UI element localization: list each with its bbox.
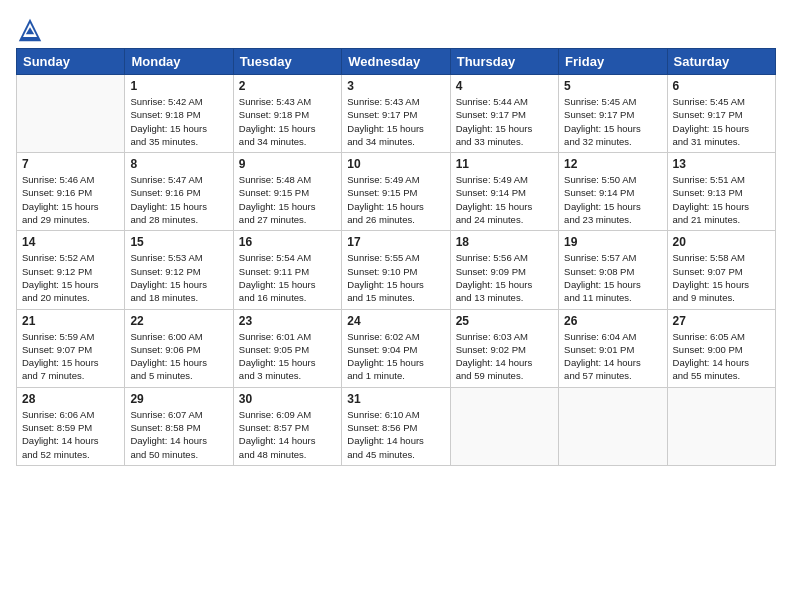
calendar-day-cell <box>17 75 125 153</box>
day-number: 31 <box>347 392 444 406</box>
day-info: Sunrise: 6:09 AM Sunset: 8:57 PM Dayligh… <box>239 408 336 461</box>
day-info: Sunrise: 5:55 AM Sunset: 9:10 PM Dayligh… <box>347 251 444 304</box>
calendar-day-cell: 18Sunrise: 5:56 AM Sunset: 9:09 PM Dayli… <box>450 231 558 309</box>
day-number: 9 <box>239 157 336 171</box>
day-info: Sunrise: 5:45 AM Sunset: 9:17 PM Dayligh… <box>564 95 661 148</box>
day-number: 6 <box>673 79 770 93</box>
calendar-day-cell: 16Sunrise: 5:54 AM Sunset: 9:11 PM Dayli… <box>233 231 341 309</box>
calendar-day-cell: 1Sunrise: 5:42 AM Sunset: 9:18 PM Daylig… <box>125 75 233 153</box>
day-number: 11 <box>456 157 553 171</box>
day-info: Sunrise: 5:56 AM Sunset: 9:09 PM Dayligh… <box>456 251 553 304</box>
calendar-day-cell: 24Sunrise: 6:02 AM Sunset: 9:04 PM Dayli… <box>342 309 450 387</box>
calendar-day-cell: 2Sunrise: 5:43 AM Sunset: 9:18 PM Daylig… <box>233 75 341 153</box>
day-info: Sunrise: 6:05 AM Sunset: 9:00 PM Dayligh… <box>673 330 770 383</box>
day-info: Sunrise: 5:57 AM Sunset: 9:08 PM Dayligh… <box>564 251 661 304</box>
calendar-day-cell: 12Sunrise: 5:50 AM Sunset: 9:14 PM Dayli… <box>559 153 667 231</box>
calendar-header-row: SundayMondayTuesdayWednesdayThursdayFrid… <box>17 49 776 75</box>
calendar-day-cell: 17Sunrise: 5:55 AM Sunset: 9:10 PM Dayli… <box>342 231 450 309</box>
calendar-day-cell: 21Sunrise: 5:59 AM Sunset: 9:07 PM Dayli… <box>17 309 125 387</box>
day-number: 14 <box>22 235 119 249</box>
day-info: Sunrise: 5:42 AM Sunset: 9:18 PM Dayligh… <box>130 95 227 148</box>
calendar-day-cell <box>667 387 775 465</box>
day-number: 8 <box>130 157 227 171</box>
day-number: 10 <box>347 157 444 171</box>
day-info: Sunrise: 5:48 AM Sunset: 9:15 PM Dayligh… <box>239 173 336 226</box>
calendar-week-row: 14Sunrise: 5:52 AM Sunset: 9:12 PM Dayli… <box>17 231 776 309</box>
day-number: 12 <box>564 157 661 171</box>
calendar-day-cell: 25Sunrise: 6:03 AM Sunset: 9:02 PM Dayli… <box>450 309 558 387</box>
day-number: 29 <box>130 392 227 406</box>
day-number: 30 <box>239 392 336 406</box>
day-info: Sunrise: 5:53 AM Sunset: 9:12 PM Dayligh… <box>130 251 227 304</box>
day-number: 3 <box>347 79 444 93</box>
day-info: Sunrise: 5:50 AM Sunset: 9:14 PM Dayligh… <box>564 173 661 226</box>
day-of-week-header: Friday <box>559 49 667 75</box>
day-info: Sunrise: 6:03 AM Sunset: 9:02 PM Dayligh… <box>456 330 553 383</box>
day-number: 23 <box>239 314 336 328</box>
day-number: 27 <box>673 314 770 328</box>
calendar-day-cell: 3Sunrise: 5:43 AM Sunset: 9:17 PM Daylig… <box>342 75 450 153</box>
day-of-week-header: Sunday <box>17 49 125 75</box>
calendar-day-cell: 10Sunrise: 5:49 AM Sunset: 9:15 PM Dayli… <box>342 153 450 231</box>
calendar-week-row: 21Sunrise: 5:59 AM Sunset: 9:07 PM Dayli… <box>17 309 776 387</box>
day-number: 7 <box>22 157 119 171</box>
day-number: 18 <box>456 235 553 249</box>
calendar-day-cell: 13Sunrise: 5:51 AM Sunset: 9:13 PM Dayli… <box>667 153 775 231</box>
day-of-week-header: Monday <box>125 49 233 75</box>
day-number: 16 <box>239 235 336 249</box>
calendar-day-cell: 28Sunrise: 6:06 AM Sunset: 8:59 PM Dayli… <box>17 387 125 465</box>
calendar-day-cell: 30Sunrise: 6:09 AM Sunset: 8:57 PM Dayli… <box>233 387 341 465</box>
day-number: 21 <box>22 314 119 328</box>
logo-icon <box>16 16 44 44</box>
day-of-week-header: Wednesday <box>342 49 450 75</box>
day-number: 20 <box>673 235 770 249</box>
calendar-day-cell: 15Sunrise: 5:53 AM Sunset: 9:12 PM Dayli… <box>125 231 233 309</box>
calendar-day-cell: 9Sunrise: 5:48 AM Sunset: 9:15 PM Daylig… <box>233 153 341 231</box>
calendar-day-cell: 29Sunrise: 6:07 AM Sunset: 8:58 PM Dayli… <box>125 387 233 465</box>
calendar-day-cell: 20Sunrise: 5:58 AM Sunset: 9:07 PM Dayli… <box>667 231 775 309</box>
calendar-week-row: 1Sunrise: 5:42 AM Sunset: 9:18 PM Daylig… <box>17 75 776 153</box>
day-info: Sunrise: 5:51 AM Sunset: 9:13 PM Dayligh… <box>673 173 770 226</box>
calendar-day-cell: 5Sunrise: 5:45 AM Sunset: 9:17 PM Daylig… <box>559 75 667 153</box>
calendar-table: SundayMondayTuesdayWednesdayThursdayFrid… <box>16 48 776 466</box>
day-info: Sunrise: 5:59 AM Sunset: 9:07 PM Dayligh… <box>22 330 119 383</box>
day-info: Sunrise: 6:04 AM Sunset: 9:01 PM Dayligh… <box>564 330 661 383</box>
calendar-day-cell: 8Sunrise: 5:47 AM Sunset: 9:16 PM Daylig… <box>125 153 233 231</box>
day-number: 25 <box>456 314 553 328</box>
day-info: Sunrise: 5:54 AM Sunset: 9:11 PM Dayligh… <box>239 251 336 304</box>
day-info: Sunrise: 5:58 AM Sunset: 9:07 PM Dayligh… <box>673 251 770 304</box>
day-info: Sunrise: 5:49 AM Sunset: 9:15 PM Dayligh… <box>347 173 444 226</box>
day-of-week-header: Thursday <box>450 49 558 75</box>
day-info: Sunrise: 5:43 AM Sunset: 9:18 PM Dayligh… <box>239 95 336 148</box>
calendar-day-cell <box>450 387 558 465</box>
calendar-day-cell: 6Sunrise: 5:45 AM Sunset: 9:17 PM Daylig… <box>667 75 775 153</box>
day-number: 1 <box>130 79 227 93</box>
day-number: 22 <box>130 314 227 328</box>
day-info: Sunrise: 5:46 AM Sunset: 9:16 PM Dayligh… <box>22 173 119 226</box>
day-info: Sunrise: 6:00 AM Sunset: 9:06 PM Dayligh… <box>130 330 227 383</box>
day-number: 19 <box>564 235 661 249</box>
day-info: Sunrise: 5:45 AM Sunset: 9:17 PM Dayligh… <box>673 95 770 148</box>
day-of-week-header: Tuesday <box>233 49 341 75</box>
day-number: 5 <box>564 79 661 93</box>
day-info: Sunrise: 6:10 AM Sunset: 8:56 PM Dayligh… <box>347 408 444 461</box>
day-number: 24 <box>347 314 444 328</box>
day-number: 4 <box>456 79 553 93</box>
day-info: Sunrise: 6:06 AM Sunset: 8:59 PM Dayligh… <box>22 408 119 461</box>
day-info: Sunrise: 5:49 AM Sunset: 9:14 PM Dayligh… <box>456 173 553 226</box>
day-of-week-header: Saturday <box>667 49 775 75</box>
calendar-day-cell: 14Sunrise: 5:52 AM Sunset: 9:12 PM Dayli… <box>17 231 125 309</box>
calendar-day-cell: 19Sunrise: 5:57 AM Sunset: 9:08 PM Dayli… <box>559 231 667 309</box>
day-number: 28 <box>22 392 119 406</box>
calendar-day-cell: 4Sunrise: 5:44 AM Sunset: 9:17 PM Daylig… <box>450 75 558 153</box>
calendar-week-row: 28Sunrise: 6:06 AM Sunset: 8:59 PM Dayli… <box>17 387 776 465</box>
calendar-day-cell: 11Sunrise: 5:49 AM Sunset: 9:14 PM Dayli… <box>450 153 558 231</box>
day-info: Sunrise: 6:07 AM Sunset: 8:58 PM Dayligh… <box>130 408 227 461</box>
calendar-day-cell: 23Sunrise: 6:01 AM Sunset: 9:05 PM Dayli… <box>233 309 341 387</box>
page-header <box>16 16 776 44</box>
day-info: Sunrise: 6:01 AM Sunset: 9:05 PM Dayligh… <box>239 330 336 383</box>
day-info: Sunrise: 5:47 AM Sunset: 9:16 PM Dayligh… <box>130 173 227 226</box>
day-info: Sunrise: 5:52 AM Sunset: 9:12 PM Dayligh… <box>22 251 119 304</box>
calendar-day-cell: 22Sunrise: 6:00 AM Sunset: 9:06 PM Dayli… <box>125 309 233 387</box>
day-number: 26 <box>564 314 661 328</box>
